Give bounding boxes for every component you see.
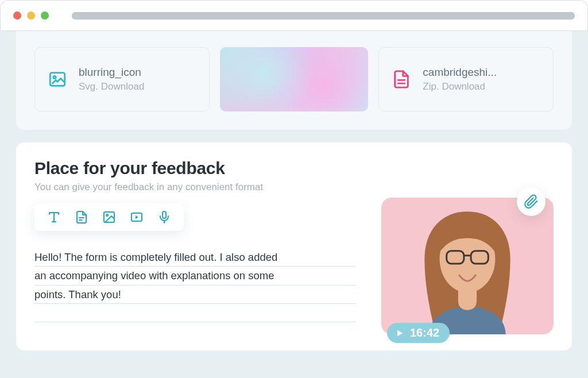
window-minimize-dot[interactable] [27,11,35,20]
feedback-title: Place for your feedback [34,159,554,178]
image-tool-icon[interactable] [102,210,116,224]
svg-point-9 [106,214,108,216]
svg-marker-11 [136,215,138,219]
text-line [34,304,356,322]
attachment-card[interactable]: cambridgeshi... Zip. Download [378,47,554,111]
attachment-meta: cambridgeshi... Zip. Download [423,66,497,92]
video-tool-icon[interactable] [130,210,144,224]
attachment-thumbnail[interactable] [220,47,369,111]
text-line: an accompanying video with explanations … [34,267,356,285]
attachment-sub: Svg. Download [79,81,144,92]
attachment-sub: Zip. Download [423,81,497,92]
svg-point-1 [53,76,56,78]
svg-marker-17 [397,330,403,336]
window-maximize-dot[interactable] [41,11,49,20]
text-line: points. Thank you! [34,286,356,304]
attachment-card[interactable]: blurring_icon Svg. Download [34,47,210,111]
file-icon [392,70,411,89]
attachment-name: cambridgeshi... [423,66,497,79]
attachment-name: blurring_icon [79,66,144,79]
app-canvas: blurring_icon Svg. Download cambridgeshi… [0,31,588,378]
url-bar[interactable] [72,12,575,20]
mic-tool-icon[interactable] [157,210,171,224]
video-duration: 16:42 [410,326,439,340]
image-icon [48,70,67,89]
file-tool-icon[interactable] [75,210,88,224]
attachment-meta: blurring_icon Svg. Download [79,66,144,92]
feedback-textarea[interactable]: Hello! The form is completely filled out… [34,248,356,322]
video-duration-badge: 16:42 [387,323,450,343]
text-line: Hello! The form is completely filled out… [34,248,356,267]
format-toolbar [34,203,184,231]
window-close-dot[interactable] [13,11,21,20]
play-icon [395,329,404,338]
feedback-subtitle: You can give your feedback in any conven… [34,182,554,193]
attachments-row: blurring_icon Svg. Download cambridgeshi… [16,31,572,130]
browser-chrome [0,0,588,31]
avatar-illustration [404,201,531,334]
video-preview[interactable]: 16:42 [381,198,554,334]
text-tool-icon[interactable] [47,210,61,224]
feedback-card: Place for your feedback You can give you… [16,142,572,350]
